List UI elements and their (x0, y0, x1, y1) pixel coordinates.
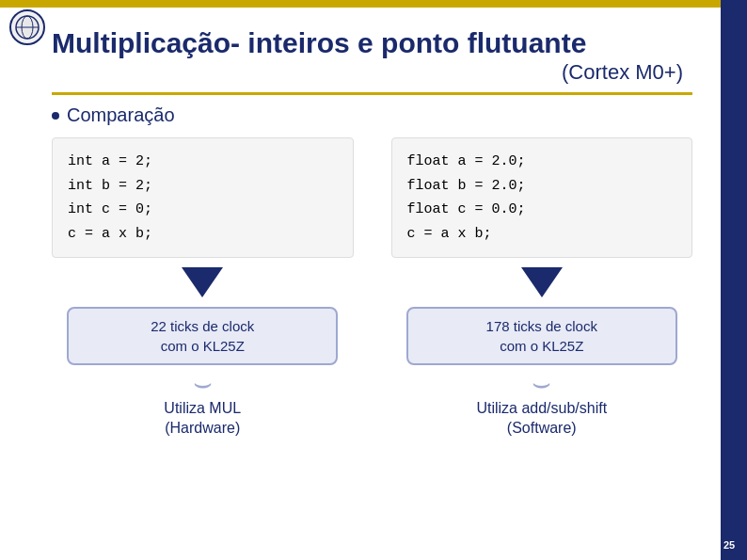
left-code-block: int a = 2; int b = 2; int c = 0; c = a x… (52, 137, 354, 258)
left-arrow (182, 267, 223, 297)
left-brace: ⌣ (193, 367, 213, 397)
right-bottom-text: Utiliza add/sub/shift (Software) (476, 399, 607, 439)
right-code-line-2: float b = 2.0; (407, 178, 526, 194)
left-ticks-line2: com o KL25Z (161, 338, 245, 354)
right-bottom-line1: Utiliza add/sub/shift (476, 400, 607, 416)
left-bottom-text: Utiliza MUL (Hardware) (164, 399, 241, 439)
slide-number: 25 (716, 539, 742, 551)
bullet-comparacao: Comparação (52, 104, 692, 126)
left-ticks-box: 22 ticks de clock com o KL25Z (67, 307, 338, 365)
left-code-line-3: int c = 0; (68, 201, 152, 217)
left-bottom-line2: (Hardware) (165, 420, 240, 436)
left-bottom-line1: Utiliza MUL (164, 400, 241, 416)
top-bar (0, 0, 747, 8)
right-brace: ⌣ (532, 367, 551, 397)
left-code-line-1: int a = 2; (68, 153, 152, 169)
right-bottom-line2: (Software) (507, 420, 577, 436)
right-accent: 25 (721, 0, 747, 560)
right-code-block: float a = 2.0; float b = 2.0; float c = … (391, 137, 693, 258)
bullet-label: Comparação (67, 104, 175, 126)
left-code-line-4: c = a x b; (68, 226, 152, 242)
left-code-line-2: int b = 2; (68, 178, 152, 194)
right-code-line-1: float a = 2.0; (407, 153, 526, 169)
right-ticks-line2: com o KL25Z (500, 338, 583, 354)
main-content: Multiplicação- inteiros e ponto flutuant… (0, 8, 721, 560)
left-column: int a = 2; int b = 2; int c = 0; c = a x… (52, 137, 354, 439)
slide: 25 Multiplicação- inteiros e ponto flutu… (0, 0, 747, 560)
right-code-line-3: float c = 0.0; (407, 201, 526, 217)
gold-divider (52, 92, 692, 95)
right-ticks-line1: 178 ticks de clock (486, 318, 597, 334)
right-arrow (521, 267, 563, 297)
subtitle: (Cortex M0+) (52, 60, 692, 85)
right-code-line-4: c = a x b; (407, 226, 492, 242)
right-ticks-box: 178 ticks de clock com o KL25Z (406, 307, 677, 365)
columns-container: int a = 2; int b = 2; int c = 0; c = a x… (52, 137, 692, 439)
right-column: float a = 2.0; float b = 2.0; float c = … (391, 137, 693, 439)
left-ticks-line1: 22 ticks de clock (151, 318, 254, 334)
bullet-dot (52, 112, 59, 120)
page-title: Multiplicação- inteiros e ponto flutuant… (52, 26, 692, 60)
